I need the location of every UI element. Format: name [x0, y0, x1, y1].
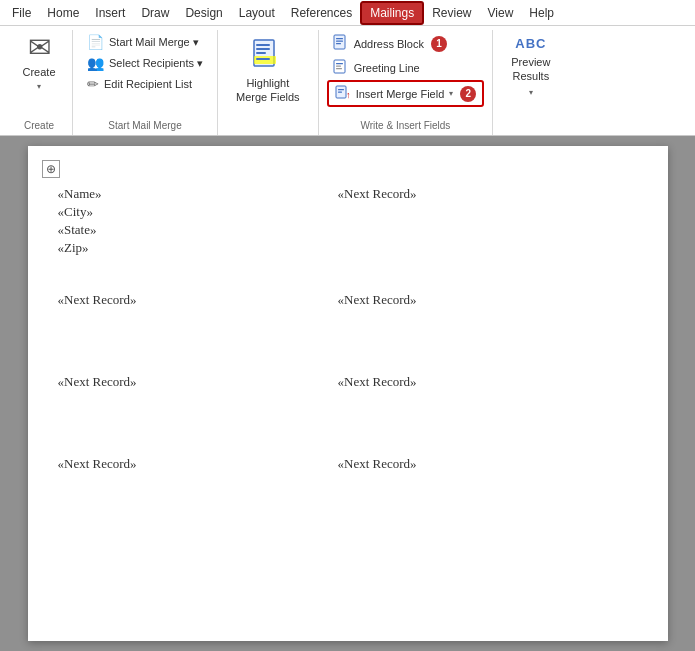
field-col-right-3: «Next Record»	[338, 374, 638, 392]
ribbon-group-preview: ABC PreviewResults ▾	[493, 30, 568, 135]
next-record-6: «Next Record»	[58, 456, 338, 472]
menu-home[interactable]: Home	[39, 3, 87, 23]
gap-1	[58, 262, 638, 292]
badge-1: 1	[431, 36, 447, 52]
insert-merge-field-dropdown: ▾	[449, 89, 453, 98]
start-mail-merge-group-label: Start Mail Merge	[108, 118, 181, 131]
menu-layout[interactable]: Layout	[231, 3, 283, 23]
address-block-label: Address Block	[354, 38, 424, 50]
next-record-1: «Next Record»	[338, 186, 638, 202]
field-row-2: «Next Record» «Next Record»	[58, 292, 638, 310]
highlight-merge-fields-button[interactable]: HighlightMerge Fields	[226, 30, 310, 111]
create-button[interactable]: ✉ Create ▾	[14, 30, 64, 95]
envelope-icon: ✉	[28, 34, 51, 62]
svg-rect-12	[336, 66, 341, 67]
gap-3	[58, 396, 638, 456]
edit-recipient-label: Edit Recipient List	[104, 78, 192, 90]
menu-help[interactable]: Help	[521, 3, 562, 23]
svg-rect-3	[256, 52, 266, 54]
menu-design[interactable]: Design	[177, 3, 230, 23]
svg-rect-16	[338, 89, 344, 90]
next-record-5: «Next Record»	[338, 374, 638, 390]
create-group-label: Create	[24, 118, 54, 131]
highlight-merge-fields-label: HighlightMerge Fields	[236, 76, 300, 105]
badge-2: 2	[460, 86, 476, 102]
greeting-line-icon	[333, 58, 349, 77]
menu-review[interactable]: Review	[424, 3, 479, 23]
ribbon-group-start-mail-merge: 📄 Start Mail Merge ▾ 👥 Select Recipients…	[73, 30, 218, 135]
field-col-left-4: «Next Record»	[58, 456, 338, 474]
svg-rect-8	[336, 41, 343, 42]
field-col-right-1: «Next Record»	[338, 186, 638, 258]
gap-2	[58, 314, 638, 374]
svg-rect-11	[336, 63, 343, 64]
svg-rect-17	[338, 92, 342, 93]
city-field: «City»	[58, 204, 338, 220]
select-recipients-icon: 👥	[87, 55, 104, 71]
greeting-line-label: Greeting Line	[354, 62, 420, 74]
menu-bar: File Home Insert Draw Design Layout Refe…	[0, 0, 695, 26]
svg-rect-1	[256, 44, 270, 46]
select-recipients-button[interactable]: 👥 Select Recipients ▾	[81, 53, 209, 73]
write-insert-group-label: Write & Insert Fields	[361, 118, 451, 131]
insert-merge-field-icon: ↑	[335, 84, 351, 103]
ribbon-group-highlight: HighlightMerge Fields	[218, 30, 319, 135]
menu-file[interactable]: File	[4, 3, 39, 23]
address-block-icon	[333, 34, 349, 53]
field-col-left-1: «Name» «City» «State» «Zip»	[58, 186, 338, 258]
svg-text:↑: ↑	[346, 90, 351, 100]
menu-mailings[interactable]: Mailings	[360, 1, 424, 25]
field-row-4: «Next Record» «Next Record»	[58, 456, 638, 474]
field-col-right-2: «Next Record»	[338, 292, 638, 310]
preview-results-button[interactable]: ABC PreviewResults ▾	[501, 30, 560, 103]
highlight-icon	[250, 36, 286, 72]
document: ⊕ «Name» «City» «State» «Zip» «Next Reco…	[28, 146, 668, 641]
start-mail-merge-icon: 📄	[87, 34, 104, 50]
edit-recipient-list-button[interactable]: ✏ Edit Recipient List	[81, 74, 209, 94]
next-record-4: «Next Record»	[58, 374, 338, 390]
ribbon: ✉ Create ▾ Create 📄 Start Mail Merge ▾ 👥…	[0, 26, 695, 136]
svg-rect-5	[256, 58, 270, 60]
field-col-left-3: «Next Record»	[58, 374, 338, 392]
preview-dropdown-arrow: ▾	[529, 88, 533, 97]
next-record-2: «Next Record»	[58, 292, 338, 308]
next-record-3: «Next Record»	[338, 292, 638, 308]
select-recipients-label: Select Recipients ▾	[109, 57, 203, 70]
start-mail-merge-buttons: 📄 Start Mail Merge ▾ 👥 Select Recipients…	[81, 30, 209, 96]
svg-rect-13	[336, 68, 342, 69]
start-mail-merge-label: Start Mail Merge ▾	[109, 36, 199, 49]
ribbon-group-create: ✉ Create ▾ Create	[6, 30, 73, 135]
menu-insert[interactable]: Insert	[87, 3, 133, 23]
svg-rect-2	[256, 48, 270, 50]
edit-recipient-icon: ✏	[87, 76, 99, 92]
greeting-line-button[interactable]: Greeting Line	[327, 56, 485, 79]
field-col-left-2: «Next Record»	[58, 292, 338, 310]
address-block-button[interactable]: Address Block 1	[327, 32, 485, 55]
document-area: ⊕ «Name» «City» «State» «Zip» «Next Reco…	[0, 136, 695, 651]
create-dropdown-arrow: ▾	[37, 82, 41, 91]
preview-abc-icon: ABC	[515, 36, 546, 51]
svg-rect-6	[334, 35, 345, 49]
preview-results-label: PreviewResults	[511, 55, 550, 84]
name-field: «Name»	[58, 186, 338, 202]
move-handle[interactable]: ⊕	[42, 160, 60, 178]
menu-references[interactable]: References	[283, 3, 360, 23]
insert-merge-field-label: Insert Merge Field	[356, 88, 445, 100]
zip-field: «Zip»	[58, 240, 338, 256]
next-record-7: «Next Record»	[338, 456, 638, 472]
menu-view[interactable]: View	[480, 3, 522, 23]
create-label: Create	[22, 66, 55, 78]
svg-rect-9	[336, 43, 341, 44]
field-row-1: «Name» «City» «State» «Zip» «Next Record…	[58, 186, 638, 258]
state-field: «State»	[58, 222, 338, 238]
start-mail-merge-button[interactable]: 📄 Start Mail Merge ▾	[81, 32, 209, 52]
insert-merge-field-button[interactable]: ↑ Insert Merge Field ▾ 2	[327, 80, 485, 107]
write-insert-buttons: Address Block 1 Greeting Line	[327, 30, 485, 109]
ribbon-group-write-insert: Address Block 1 Greeting Line	[319, 30, 494, 135]
field-col-right-4: «Next Record»	[338, 456, 638, 474]
svg-rect-7	[336, 38, 343, 39]
field-row-3: «Next Record» «Next Record»	[58, 374, 638, 392]
menu-draw[interactable]: Draw	[133, 3, 177, 23]
